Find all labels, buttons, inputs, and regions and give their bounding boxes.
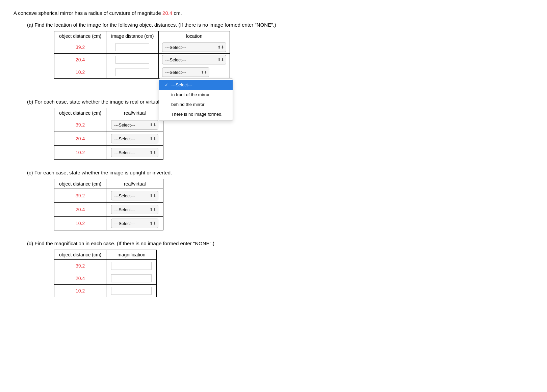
section-b: (b) For each case, state whether the ima… xyxy=(14,99,533,160)
intro-radius: 20.4 xyxy=(162,10,172,16)
table-row: 10.2 ---Select--- real virtual ⬆⬇ xyxy=(54,146,163,160)
col-a-2: image distance (cm) xyxy=(106,31,159,41)
table-row: 20.4 ---Select--- in front of the mirror… xyxy=(54,54,230,66)
option-label: behind the mirror xyxy=(171,102,204,107)
ui-c-2[interactable]: ---Select--- upright inverted ⬆⬇ xyxy=(106,203,163,217)
img-a-2[interactable] xyxy=(106,54,159,66)
intro-before: A concave spherical mirror has a radius … xyxy=(14,10,162,16)
intro-after: cm. xyxy=(172,10,182,16)
section-c: (c) For each case, state whether the ima… xyxy=(14,170,533,230)
ui-c-1[interactable]: ---Select--- upright inverted ⬆⬇ xyxy=(106,189,163,203)
mag-input-d3[interactable] xyxy=(111,287,152,295)
mag-input-d1[interactable] xyxy=(111,262,152,270)
col-a-3: location xyxy=(159,31,230,41)
part-b-label: (b) For each case, state whether the ima… xyxy=(27,99,533,105)
part-a-label: (a) Find the location of the image for t… xyxy=(27,22,533,28)
select-wrapper-c2[interactable]: ---Select--- upright inverted ⬆⬇ xyxy=(111,205,158,214)
obj-c-1: 39.2 xyxy=(54,189,106,203)
obj-a-2: 20.4 xyxy=(54,54,106,66)
ui-select-c1[interactable]: ---Select--- upright inverted xyxy=(111,191,158,200)
table-b: object distance (cm) real/virtual 39.2 -… xyxy=(54,108,163,160)
dropdown-option-behind[interactable]: behind the mirror xyxy=(159,100,233,109)
select-wrapper-b2[interactable]: ---Select--- real virtual ⬆⬇ xyxy=(111,134,158,143)
ui-c-3[interactable]: ---Select--- upright inverted ⬆⬇ xyxy=(106,217,163,230)
table-c: object distance (cm) real/virtual 39.2 -… xyxy=(54,179,163,230)
table-row: 10.2 ---Select--- upright inverted ⬆⬇ xyxy=(54,217,163,230)
select-display-a3[interactable]: ---Select--- ⬆⬇ xyxy=(162,67,209,77)
obj-c-3: 10.2 xyxy=(54,217,106,230)
ui-select-c2[interactable]: ---Select--- upright inverted xyxy=(111,205,158,214)
col-d-2: magnification xyxy=(106,250,157,260)
location-select-a2[interactable]: ---Select--- in front of the mirror behi… xyxy=(162,55,226,64)
ui-select-c3[interactable]: ---Select--- upright inverted xyxy=(111,219,158,228)
table-row: 10.2 ---Select--- ⬆⬇ ✓ ---Select xyxy=(54,66,230,79)
col-a-1: object distance (cm) xyxy=(54,31,106,41)
image-input-a1[interactable] xyxy=(115,43,149,51)
image-input-a2[interactable] xyxy=(115,56,149,64)
table-row: 39.2 ---Select--- upright inverted ⬆⬇ xyxy=(54,189,163,203)
loc-a-1: ---Select--- in front of the mirror behi… xyxy=(159,41,230,54)
rv-select-b2[interactable]: ---Select--- real virtual xyxy=(111,134,158,143)
img-a-3[interactable] xyxy=(106,66,159,79)
dropdown-option-front[interactable]: in front of the mirror xyxy=(159,90,233,100)
rv-b-3[interactable]: ---Select--- real virtual ⬆⬇ xyxy=(106,146,163,160)
select-display-text-a3: ---Select--- xyxy=(165,70,186,75)
option-label: There is no image formed. xyxy=(171,112,223,117)
table-row: 39.2 ---Select--- real virtual ⬆⬇ xyxy=(54,118,163,132)
option-label: in front of the mirror xyxy=(171,92,209,97)
part-c-label: (c) For each case, state whether the ima… xyxy=(27,170,533,175)
obj-b-2: 20.4 xyxy=(54,132,106,146)
checkmark-icon: ✓ xyxy=(164,82,169,87)
obj-a-1: 39.2 xyxy=(54,41,106,54)
chevron-icon: ⬆⬇ xyxy=(201,70,207,75)
select-wrapper-c3[interactable]: ---Select--- upright inverted ⬆⬇ xyxy=(111,219,158,228)
col-b-2: real/virtual xyxy=(106,108,163,118)
intro-text: A concave spherical mirror has a radius … xyxy=(14,10,533,16)
table-row: 10.2 xyxy=(54,285,157,297)
option-label: ---Select--- xyxy=(171,82,192,87)
img-a-1[interactable] xyxy=(106,41,159,54)
col-b-1: object distance (cm) xyxy=(54,108,106,118)
obj-c-2: 20.4 xyxy=(54,203,106,217)
dropdown-option-select[interactable]: ✓ ---Select--- xyxy=(159,80,233,90)
col-c-1: object distance (cm) xyxy=(54,179,106,189)
table-row: 39.2 xyxy=(54,260,157,272)
table-d: object distance (cm) magnification 39.2 … xyxy=(54,250,157,297)
mag-d-2[interactable] xyxy=(106,272,157,285)
image-input-a3[interactable] xyxy=(115,68,149,76)
mag-d-3[interactable] xyxy=(106,285,157,297)
section-d: (d) Find the magnification in each case.… xyxy=(14,241,533,297)
mag-d-1[interactable] xyxy=(106,260,157,272)
select-wrapper-b1[interactable]: ---Select--- real virtual ⬆⬇ xyxy=(111,120,158,130)
select-wrapper-c1[interactable]: ---Select--- upright inverted ⬆⬇ xyxy=(111,191,158,200)
loc-a-2: ---Select--- in front of the mirror behi… xyxy=(159,54,230,66)
obj-a-3: 10.2 xyxy=(54,66,106,79)
table-row: 39.2 ---Select--- in front of the mirror… xyxy=(54,41,230,54)
dropdown-option-none[interactable]: There is no image formed. xyxy=(159,109,233,119)
rv-select-b3[interactable]: ---Select--- real virtual xyxy=(111,148,158,157)
part-d-label: (d) Find the magnification in each case.… xyxy=(27,241,533,246)
rv-b-1[interactable]: ---Select--- real virtual ⬆⬇ xyxy=(106,118,163,132)
table-row: 20.4 xyxy=(54,272,157,285)
table-a: object distance (cm) image distance (cm)… xyxy=(54,31,230,79)
dropdown-menu-a3: ✓ ---Select--- in front of the mirror be… xyxy=(159,78,233,121)
location-select-a1[interactable]: ---Select--- in front of the mirror behi… xyxy=(162,43,226,52)
table-row: 20.4 ---Select--- upright inverted ⬆⬇ xyxy=(54,203,163,217)
col-c-2: real/virtual xyxy=(106,179,163,189)
obj-d-1: 39.2 xyxy=(54,260,106,272)
section-a: (a) Find the location of the image for t… xyxy=(14,22,533,79)
col-d-1: object distance (cm) xyxy=(54,250,106,260)
obj-d-2: 20.4 xyxy=(54,272,106,285)
rv-select-b1[interactable]: ---Select--- real virtual xyxy=(111,120,158,130)
select-wrapper-a2[interactable]: ---Select--- in front of the mirror behi… xyxy=(162,55,226,64)
table-row: 20.4 ---Select--- real virtual ⬆⬇ xyxy=(54,132,163,146)
select-wrapper-a1[interactable]: ---Select--- in front of the mirror behi… xyxy=(162,43,226,52)
obj-b-1: 39.2 xyxy=(54,118,106,132)
loc-a-3: ---Select--- ⬆⬇ ✓ ---Select--- in front … xyxy=(159,66,230,79)
rv-b-2[interactable]: ---Select--- real virtual ⬆⬇ xyxy=(106,132,163,146)
obj-b-3: 10.2 xyxy=(54,146,106,160)
select-wrapper-b3[interactable]: ---Select--- real virtual ⬆⬇ xyxy=(111,148,158,157)
obj-d-3: 10.2 xyxy=(54,285,106,297)
mag-input-d2[interactable] xyxy=(111,274,152,282)
